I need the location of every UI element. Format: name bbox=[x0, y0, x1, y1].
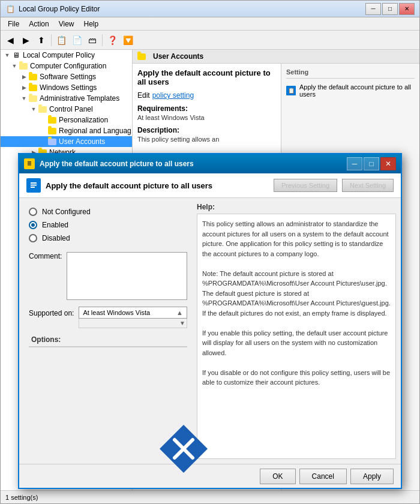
policy-edit-row: Edit policy setting bbox=[137, 91, 276, 100]
svg-rect-6 bbox=[31, 185, 37, 186]
options-title: Options: bbox=[29, 333, 187, 346]
tree-user-accounts[interactable]: ▶ User Accounts bbox=[1, 136, 132, 147]
tree-ss-label: Software Settings bbox=[40, 73, 96, 81]
dialog-window: Apply the default account picture to all… bbox=[18, 153, 402, 489]
tree-at-label: Administrative Templates bbox=[40, 94, 119, 103]
menu-action[interactable]: Action bbox=[24, 19, 53, 29]
tree-toggle-cc[interactable]: ▼ bbox=[10, 62, 19, 70]
radio-group: Not Configured Enabled Disabled bbox=[24, 203, 192, 247]
toolbar-separator-1 bbox=[51, 34, 52, 46]
dialog-left-panel: Not Configured Enabled Disabled Comment: bbox=[24, 203, 192, 459]
help-box: This policy setting allows an administra… bbox=[197, 214, 396, 459]
supported-scroll-icon: ▲ bbox=[176, 309, 183, 316]
description-title: Description: bbox=[137, 126, 276, 134]
menu-help[interactable]: Help bbox=[79, 19, 104, 29]
tree-cc-label: Computer Configuration bbox=[30, 62, 106, 70]
supported-section: Supported on: At least Windows Vista ▲ ▼ bbox=[24, 307, 192, 328]
next-setting-button[interactable]: Next Setting bbox=[342, 179, 394, 192]
comment-textarea[interactable] bbox=[67, 252, 187, 300]
folder-cp-icon bbox=[38, 105, 47, 113]
tree-admin-templates[interactable]: ▼ Administrative Templates bbox=[1, 93, 132, 104]
comment-section: Comment: bbox=[24, 252, 192, 302]
tree-personalization[interactable]: ▶ Personalization bbox=[1, 115, 132, 125]
svg-rect-3 bbox=[28, 164, 31, 166]
menu-bar: File Action View Help bbox=[1, 17, 419, 31]
paste-button[interactable]: 📄 bbox=[70, 33, 84, 47]
setting-item-label: Apply the default account picture to all… bbox=[299, 83, 415, 98]
dialog-body: Not Configured Enabled Disabled Comment: bbox=[19, 198, 401, 464]
blue-x-overlay bbox=[160, 425, 208, 473]
tree-root[interactable]: ▼ 🖥 Local Computer Policy bbox=[1, 50, 132, 61]
tree-reg-label: Regional and Languag... bbox=[59, 127, 133, 135]
ok-button[interactable]: OK bbox=[260, 469, 295, 484]
toolbar: ◀ ▶ ⬆ 📋 📄 🗃 ❓ 🔽 bbox=[1, 31, 419, 50]
tree-windows-settings[interactable]: ▶ Windows Settings bbox=[1, 82, 132, 93]
radio-enabled[interactable]: Enabled bbox=[29, 221, 187, 229]
edit-label: Edit bbox=[137, 91, 150, 100]
up-button[interactable]: ⬆ bbox=[34, 33, 49, 47]
folder-cc-icon bbox=[19, 62, 28, 70]
filter-button[interactable]: 🔽 bbox=[121, 33, 135, 47]
forward-button[interactable]: ▶ bbox=[19, 33, 33, 47]
tree-cp-label: Control Panel bbox=[49, 105, 93, 113]
setting-item: 📋 Apply the default account picture to a… bbox=[286, 82, 415, 99]
copy-button[interactable]: 📋 bbox=[54, 33, 68, 47]
tree-toggle-ss[interactable]: ▶ bbox=[20, 73, 28, 81]
dialog-inner-header: Apply the default account picture to all… bbox=[19, 173, 401, 198]
radio-not-configured[interactable]: Not Configured bbox=[29, 208, 187, 216]
help-text-para1: This policy setting allows an administra… bbox=[202, 219, 391, 259]
tree-control-panel[interactable]: ▼ Control Panel bbox=[1, 104, 132, 115]
tree-regional[interactable]: ▶ Regional and Languag... bbox=[1, 125, 132, 136]
policy-link[interactable]: policy setting bbox=[152, 91, 194, 100]
menu-file[interactable]: File bbox=[3, 19, 24, 29]
help-button[interactable]: ❓ bbox=[105, 33, 119, 47]
menu-view[interactable]: View bbox=[54, 19, 79, 29]
folder-ua-icon bbox=[47, 137, 57, 146]
policy-name: Apply the default account picture to all… bbox=[137, 68, 276, 86]
tree-software-settings[interactable]: ▶ Software Settings bbox=[1, 71, 132, 82]
folder-ss-icon bbox=[28, 73, 38, 81]
tree-computer-config[interactable]: ▼ Computer Configuration bbox=[1, 61, 132, 71]
requirements-title: Requirements: bbox=[137, 104, 276, 113]
help-text-para2: Note: The default account picture is sto… bbox=[202, 269, 391, 319]
folder-pers-icon bbox=[47, 116, 57, 124]
dialog-maximize-button[interactable]: □ bbox=[364, 157, 379, 170]
folder-at-icon bbox=[28, 94, 38, 103]
setting-panel-header: Setting bbox=[286, 68, 415, 79]
apply-button[interactable]: Apply bbox=[350, 469, 394, 484]
options-box bbox=[29, 346, 187, 347]
svg-rect-7 bbox=[31, 187, 35, 188]
dialog-minimize-button[interactable]: ─ bbox=[347, 157, 362, 170]
dialog-title-text: Apply the default account picture to all… bbox=[40, 160, 346, 168]
dialog-right-panel: Help: This policy setting allows an admi… bbox=[197, 203, 396, 459]
cancel-button[interactable]: Cancel bbox=[299, 469, 347, 484]
tree-toggle-cp[interactable]: ▼ bbox=[29, 105, 38, 113]
supported-scrollbar-bottom: ▼ bbox=[79, 319, 187, 328]
scroll-down-icon: ▼ bbox=[179, 320, 185, 326]
properties-button[interactable]: 🗃 bbox=[85, 33, 100, 47]
prev-setting-button[interactable]: Previous Setting bbox=[274, 179, 337, 192]
folder-ws-icon bbox=[28, 83, 38, 92]
tree-toggle-ws[interactable]: ▶ bbox=[20, 83, 28, 92]
dialog-close-button[interactable]: ✕ bbox=[380, 157, 396, 170]
tree-toggle-root[interactable]: ▼ bbox=[3, 51, 11, 59]
back-button[interactable]: ◀ bbox=[3, 33, 17, 47]
computer-icon: 🖥 bbox=[11, 51, 21, 59]
radio-not-configured-circle bbox=[29, 208, 37, 216]
supported-label: Supported on: bbox=[29, 307, 74, 317]
radio-enabled-label: Enabled bbox=[42, 221, 68, 229]
radio-disabled-label: Disabled bbox=[42, 234, 70, 242]
tree-toggle-at[interactable]: ▼ bbox=[20, 94, 28, 103]
maximize-button[interactable]: □ bbox=[382, 3, 398, 15]
radio-disabled-circle bbox=[29, 234, 37, 242]
folder-reg-icon bbox=[47, 127, 57, 135]
svg-rect-5 bbox=[31, 182, 37, 184]
app-icon: 📋 bbox=[5, 4, 15, 14]
radio-enabled-circle bbox=[29, 221, 37, 229]
close-button[interactable]: ✕ bbox=[399, 3, 415, 15]
tree-ua-label: User Accounts bbox=[59, 137, 105, 146]
dialog-footer: OK Cancel Apply bbox=[19, 464, 401, 488]
radio-disabled[interactable]: Disabled bbox=[29, 234, 187, 242]
minimize-button[interactable]: ─ bbox=[365, 3, 381, 15]
app-title: Local Group Policy Editor bbox=[19, 5, 365, 13]
